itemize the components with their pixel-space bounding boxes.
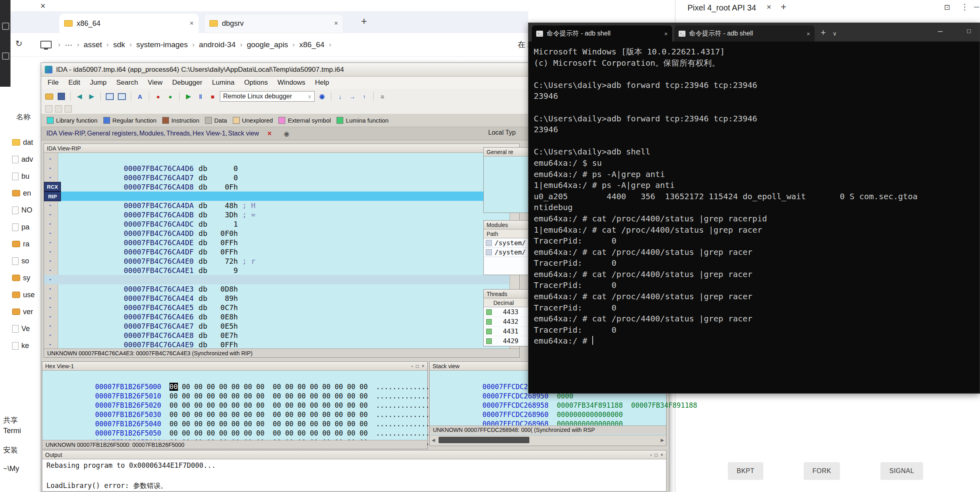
add-icon[interactable]: + xyxy=(781,1,786,13)
scrollbar-thumb[interactable] xyxy=(439,437,529,443)
toolbar-icon[interactable] xyxy=(45,105,52,113)
disasm-line[interactable]: •00007FB4C76CA4EAdb 0FFh xyxy=(44,340,509,348)
back-icon[interactable]: ◀ xyxy=(75,92,84,101)
close-icon[interactable]: × xyxy=(422,363,424,369)
new-tab-button[interactable]: + xyxy=(361,15,367,27)
file-row[interactable]: ra xyxy=(12,236,41,252)
save-icon[interactable] xyxy=(56,92,66,101)
view-tab[interactable]: Threads xyxy=(166,129,192,138)
stop-process-icon[interactable]: ■ xyxy=(208,92,217,101)
menu-item[interactable]: Options xyxy=(239,79,273,87)
file-row[interactable]: use xyxy=(12,286,41,303)
close-icon[interactable]: × xyxy=(660,452,663,458)
open-file-icon[interactable] xyxy=(44,92,54,101)
files-column-header[interactable]: 名称 xyxy=(16,112,31,122)
search-icon[interactable]: A xyxy=(135,92,145,101)
disasm-line[interactable]: •00007FB4C76CA4E8db 0E7h xyxy=(44,321,509,331)
emulator-console-button[interactable]: BKPT xyxy=(728,462,763,480)
breadcrumb-item[interactable]: asset xyxy=(84,40,102,49)
new-tab-button[interactable]: + xyxy=(821,27,826,38)
local-types-tab-fragment[interactable]: Local Typ xyxy=(488,129,516,136)
enable-tracing-icon[interactable]: ● xyxy=(165,92,175,101)
file-row[interactable]: pa xyxy=(12,219,41,236)
disasm-line[interactable]: •00007FB4C76CA4E4db 89h xyxy=(44,284,509,294)
breadcrumb-ellipsis[interactable]: ⋯ xyxy=(65,40,73,50)
search-box-fragment[interactable]: 在 x8 xyxy=(518,40,528,50)
hex-row[interactable]: 00007FB1B26F5000 00 00 00 00 00 00 00 00… xyxy=(42,373,427,382)
forward-icon[interactable]: ▶ xyxy=(87,92,96,101)
breadcrumb-item[interactable]: android-34 xyxy=(199,40,236,49)
scroll-left-icon[interactable]: ◀ xyxy=(432,438,435,443)
disasm-line[interactable]: •00007FB4C76CA4E5db 0C7h xyxy=(44,294,509,303)
emulator-console-button[interactable]: SIGNAL xyxy=(880,462,923,480)
step-into-icon[interactable]: ↓ xyxy=(335,92,345,101)
emulator-console-button[interactable]: FORK xyxy=(804,462,840,480)
disasm-line[interactable]: •00007FB4C76CA4DAdb 48h ; H xyxy=(44,192,509,201)
view-tab[interactable]: Stack view xyxy=(228,129,259,138)
file-row[interactable]: bu xyxy=(12,168,41,185)
file-row[interactable]: NO xyxy=(12,202,41,219)
disasm-line[interactable]: •00007FB4C76CA4E6db 0E8h xyxy=(44,303,509,312)
float-panel-icon[interactable]: ▫ xyxy=(411,363,413,369)
file-row[interactable]: dat xyxy=(12,134,41,151)
breadcrumb-item[interactable]: google_apis xyxy=(247,40,288,49)
menu-item[interactable]: Lumina xyxy=(207,79,239,87)
panel-title-bar[interactable]: Hex View-1 ▫ □ × xyxy=(42,362,427,371)
maximize-icon[interactable]: □ xyxy=(416,363,419,369)
disasm-line[interactable]: •00007FB4C76CA4E9db 0FFh xyxy=(44,331,509,340)
file-row[interactable]: Ve xyxy=(12,320,41,337)
close-tab-icon[interactable]: × xyxy=(807,30,810,37)
breakpoint-icon[interactable]: ● xyxy=(153,92,163,101)
step-over-icon[interactable]: → xyxy=(347,92,357,101)
view-tab[interactable]: General registers xyxy=(87,129,139,138)
disasm-line[interactable]: •00007FB4C76CA4E2db 0F7h xyxy=(44,266,509,275)
tab-dropdown-icon[interactable]: ∨ xyxy=(833,30,837,37)
disasm-line[interactable]: •00007FB4C76CA4DBdb 3Dh ; = xyxy=(44,201,509,210)
attach-icon[interactable]: ◉ xyxy=(317,92,327,101)
breadcrumb-item[interactable]: x86_64 xyxy=(299,40,324,49)
panel-title-bar[interactable]: IDA View-RIP ▫ □ × xyxy=(44,144,519,153)
scroll-right-icon[interactable]: ▶ xyxy=(661,438,664,443)
toolbar-icon[interactable] xyxy=(55,105,62,113)
file-row[interactable]: ke xyxy=(12,337,41,354)
disasm-line[interactable]: •00007FB4C76CA4DFdb 0FFh xyxy=(44,238,509,247)
explorer-tab[interactable]: x86_64 × xyxy=(59,14,199,33)
disasm-line[interactable]: •00007FB4C76CA4DCdb 1 xyxy=(44,210,509,219)
checkbox-icon[interactable]: ⊡ xyxy=(944,3,950,12)
view-tab[interactable]: Modules xyxy=(139,129,166,138)
close-tab-icon[interactable]: × xyxy=(334,19,338,27)
disasm-line[interactable]: •00007FB4C76CA4D6db 0 xyxy=(44,154,509,164)
breadcrumb-item[interactable]: system-images xyxy=(136,40,188,49)
minimize-icon[interactable]: ─ xyxy=(938,28,942,35)
graph-view-icon[interactable] xyxy=(117,92,127,101)
disasm-line[interactable]: •00007FB4C76CA4DDdb 0F0h xyxy=(44,219,509,229)
menu-item[interactable]: Jump xyxy=(85,79,112,87)
file-row[interactable]: sy xyxy=(12,269,41,286)
file-row[interactable]: ver xyxy=(12,303,41,320)
explorer-tab[interactable]: dbgsrv × xyxy=(204,14,343,33)
disasm-line[interactable]: •00007FB4C76CA4E7db 0E5h xyxy=(44,312,509,321)
kebab-menu-icon[interactable]: ⋮ xyxy=(961,2,969,12)
toolbar-icon[interactable] xyxy=(65,105,72,113)
menu-item[interactable]: Edit xyxy=(63,79,85,87)
disasm-line[interactable]: •00007FB4C76CA4E1db 9 xyxy=(44,256,509,266)
target-icon[interactable]: ◉ xyxy=(284,130,289,138)
menu-item[interactable]: Search xyxy=(111,79,143,87)
window-icon[interactable] xyxy=(2,23,9,30)
close-tab-icon[interactable]: × xyxy=(664,30,668,37)
threads-col-decimal[interactable]: Decimal xyxy=(484,300,528,306)
window-icon[interactable] xyxy=(2,52,9,60)
view-tab[interactable]: IDA View-RIP xyxy=(46,129,87,138)
computer-icon[interactable] xyxy=(40,41,52,48)
disasm-line[interactable]: •00007FB4C76CA4D8db 0Fh xyxy=(44,173,509,182)
terminal-tab[interactable]: ›_ 命令提示符 - adb shell × xyxy=(532,25,672,42)
disasm-line[interactable]: •00007FB4C76CA4DEdb 0FFh xyxy=(44,229,509,238)
scrollbar-horizontal[interactable]: ◀ ▶ xyxy=(430,435,666,446)
disasm-line[interactable]: •00007FB4C76CA4D7db 0 xyxy=(44,164,509,173)
file-row[interactable]: en xyxy=(12,185,41,202)
terminal-tab[interactable]: ›_ 命令提示符 - adb shell × xyxy=(674,25,815,42)
float-panel-icon[interactable]: ▫ xyxy=(650,452,652,458)
close-icon[interactable]: × xyxy=(767,2,771,12)
pause-process-icon[interactable]: ‖ xyxy=(196,92,205,101)
close-tab-icon[interactable]: × xyxy=(190,19,194,27)
